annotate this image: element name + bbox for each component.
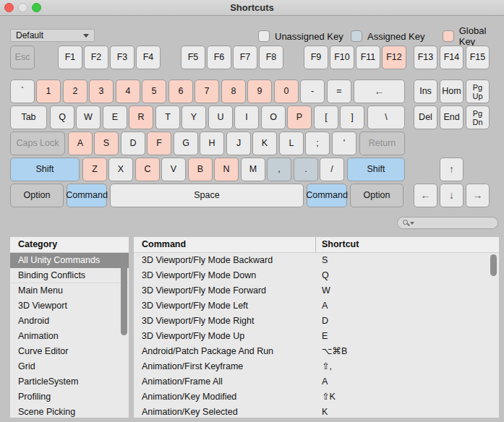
key-v[interactable]: V: [161, 158, 186, 181]
key-s[interactable]: S: [94, 132, 119, 155]
category-item[interactable]: Scene Picking: [10, 405, 129, 418]
key-'[interactable]: ': [332, 132, 356, 155]
key-p[interactable]: P: [287, 106, 312, 129]
key--[interactable]: -: [300, 79, 325, 103]
key-pg-up[interactable]: Pg Up: [466, 79, 490, 103]
key-f4[interactable]: F4: [136, 46, 161, 69]
key-=[interactable]: =: [327, 79, 351, 103]
profile-dropdown[interactable]: Default: [10, 29, 95, 42]
command-row[interactable]: 3D Viewport/Fly Mode LeftA: [134, 298, 499, 314]
key-9[interactable]: 9: [247, 79, 272, 103]
key-3[interactable]: 3: [89, 79, 114, 103]
key-o[interactable]: O: [261, 106, 286, 129]
key-n[interactable]: N: [214, 158, 239, 181]
key-f[interactable]: F: [147, 132, 171, 155]
key-b[interactable]: B: [188, 158, 213, 181]
command-row[interactable]: 3D Viewport/Fly Mode DownQ: [134, 268, 499, 283]
category-item[interactable]: Android: [10, 314, 129, 329]
category-item[interactable]: Grid: [10, 359, 129, 374]
command-row[interactable]: Animation/Key SelectedK: [134, 405, 499, 418]
key-k[interactable]: K: [252, 132, 277, 155]
key-f6[interactable]: F6: [207, 46, 231, 69]
key-del[interactable]: Del: [414, 106, 437, 129]
command-row[interactable]: Animation/Key Modified⇧K: [134, 389, 499, 405]
key-0[interactable]: 0: [274, 79, 299, 103]
key-esc[interactable]: Esc: [10, 46, 35, 69]
key-f10[interactable]: F10: [330, 46, 354, 69]
key-\[interactable]: \: [367, 106, 405, 129]
key-5[interactable]: 5: [142, 79, 166, 103]
key-hom[interactable]: Hom: [440, 79, 464, 103]
key-2[interactable]: 2: [63, 79, 87, 103]
key-y[interactable]: Y: [181, 106, 206, 129]
key-←[interactable]: ←: [354, 79, 405, 103]
key-f12[interactable]: F12: [382, 46, 406, 69]
key-tab[interactable]: Tab: [10, 106, 47, 129]
category-scrollbar-thumb[interactable]: [121, 254, 127, 335]
key-l[interactable]: L: [279, 132, 304, 155]
key-command[interactable]: Command: [307, 184, 347, 207]
key-,[interactable]: ,: [267, 158, 291, 181]
key-f8[interactable]: F8: [259, 46, 283, 69]
command-row[interactable]: 3D Viewport/Fly Mode BackwardS: [134, 253, 499, 268]
key-i[interactable]: I: [234, 106, 259, 129]
key-f14[interactable]: F14: [440, 46, 464, 69]
key-caps-lock[interactable]: Caps Lock: [10, 132, 65, 155]
command-row[interactable]: 3D Viewport/Fly Mode ForwardW: [134, 283, 499, 298]
key-a[interactable]: A: [68, 132, 93, 155]
category-item[interactable]: ParticleSystem: [10, 374, 129, 389]
command-row[interactable]: Animation/First Keyframe⇧,: [134, 359, 499, 374]
key-w[interactable]: W: [76, 106, 101, 129]
key-8[interactable]: 8: [221, 79, 246, 103]
key-z[interactable]: Z: [82, 158, 107, 181]
key-command[interactable]: Command: [67, 184, 107, 207]
key-h[interactable]: H: [200, 132, 224, 155]
key-f2[interactable]: F2: [84, 46, 108, 69]
key-f1[interactable]: F1: [58, 46, 82, 69]
key-f11[interactable]: F11: [356, 46, 380, 69]
key-j[interactable]: J: [226, 132, 251, 155]
key-][interactable]: ]: [340, 106, 364, 129]
command-row[interactable]: Android/Patch Package And Run⌥⌘B: [134, 344, 499, 359]
key-t[interactable]: T: [155, 106, 180, 129]
key-c[interactable]: C: [135, 158, 160, 181]
key-↓[interactable]: ↓: [440, 184, 464, 207]
category-item[interactable]: 3D Viewport: [10, 298, 129, 314]
key-x[interactable]: X: [108, 158, 133, 181]
key-end[interactable]: End: [440, 106, 464, 129]
key-option[interactable]: Option: [350, 184, 403, 207]
key-6[interactable]: 6: [168, 79, 193, 103]
key-pg-dn[interactable]: Pg Dn: [466, 106, 490, 129]
key-q[interactable]: Q: [50, 106, 74, 129]
command-row[interactable]: 3D Viewport/Fly Mode RightD: [134, 314, 499, 329]
key-m[interactable]: M: [241, 158, 265, 181]
key-f3[interactable]: F3: [110, 46, 134, 69]
key-7[interactable]: 7: [195, 79, 219, 103]
key-←[interactable]: ←: [414, 184, 437, 207]
key-f13[interactable]: F13: [414, 46, 437, 69]
key-d[interactable]: D: [121, 132, 145, 155]
key-.[interactable]: .: [294, 158, 318, 181]
key-↑[interactable]: ↑: [440, 158, 464, 181]
command-row[interactable]: Animation/Frame AllA: [134, 374, 499, 389]
key-4[interactable]: 4: [116, 79, 140, 103]
key-shift[interactable]: Shift: [10, 158, 80, 181]
category-item[interactable]: Animation: [10, 329, 129, 344]
command-row[interactable]: 3D Viewport/Fly Mode UpE: [134, 329, 499, 344]
category-item[interactable]: Profiling: [10, 389, 129, 405]
category-item[interactable]: Curve Editor: [10, 344, 129, 359]
key-;[interactable]: ;: [305, 132, 330, 155]
key-shift[interactable]: Shift: [347, 158, 405, 181]
key-g[interactable]: G: [174, 132, 198, 155]
key-u[interactable]: U: [208, 106, 233, 129]
key-`[interactable]: `: [10, 79, 35, 103]
key-f15[interactable]: F15: [466, 46, 490, 69]
category-item[interactable]: Main Menu: [10, 283, 129, 298]
key-space[interactable]: Space: [110, 184, 304, 207]
key-r[interactable]: R: [129, 106, 153, 129]
key-f7[interactable]: F7: [233, 46, 257, 69]
key-1[interactable]: 1: [36, 79, 61, 103]
command-scrollbar-thumb[interactable]: [490, 254, 497, 276]
key-f9[interactable]: F9: [304, 46, 328, 69]
key-/[interactable]: /: [320, 158, 344, 181]
